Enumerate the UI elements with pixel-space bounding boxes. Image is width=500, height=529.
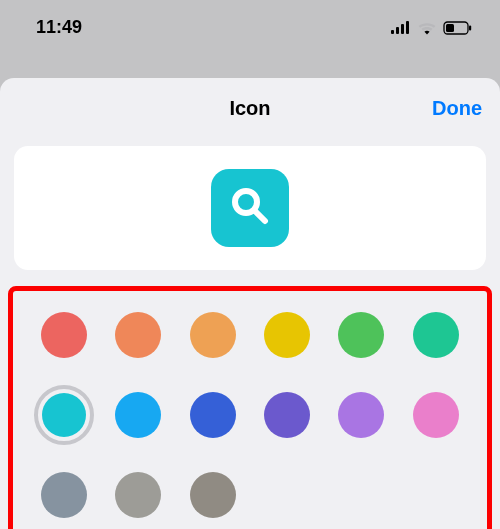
color-dot <box>41 312 87 358</box>
svg-rect-5 <box>446 24 454 32</box>
sheet-header: Icon Done <box>0 78 500 138</box>
color-swatch-red[interactable] <box>34 305 94 365</box>
search-icon <box>227 183 273 233</box>
color-swatch-gray[interactable] <box>108 465 168 525</box>
color-dot <box>338 392 384 438</box>
color-dot <box>413 312 459 358</box>
svg-rect-0 <box>391 30 394 34</box>
color-dot <box>115 392 161 438</box>
color-swatch-amber[interactable] <box>183 305 243 365</box>
color-dot <box>264 312 310 358</box>
color-dot <box>338 312 384 358</box>
color-picker-highlight <box>8 286 492 529</box>
icon-preview-card <box>14 146 486 270</box>
color-swatch-blue[interactable] <box>183 385 243 445</box>
status-bar: 11:49 <box>0 0 500 55</box>
color-swatch-violet[interactable] <box>331 385 391 445</box>
color-grid <box>27 305 473 525</box>
color-dot <box>42 393 86 437</box>
color-swatch-cyan[interactable] <box>34 385 94 445</box>
color-swatch-warm-gray[interactable] <box>183 465 243 525</box>
color-swatch-orange[interactable] <box>108 305 168 365</box>
svg-rect-1 <box>396 27 399 34</box>
svg-rect-3 <box>406 21 409 34</box>
color-dot <box>190 472 236 518</box>
svg-rect-6 <box>469 25 471 30</box>
icon-picker-sheet: Icon Done <box>0 78 500 529</box>
sheet-title: Icon <box>229 97 270 120</box>
color-dot <box>190 392 236 438</box>
status-indicators <box>391 21 472 35</box>
color-swatch-green[interactable] <box>331 305 391 365</box>
color-dot <box>115 472 161 518</box>
color-dot <box>115 312 161 358</box>
icon-preview-swatch <box>211 169 289 247</box>
color-swatch-indigo[interactable] <box>257 385 317 445</box>
wifi-icon <box>417 21 437 35</box>
color-dot <box>41 472 87 518</box>
color-swatch-sky[interactable] <box>108 385 168 445</box>
color-dot <box>413 392 459 438</box>
color-swatch-yellow[interactable] <box>257 305 317 365</box>
cellular-signal-icon <box>391 21 411 34</box>
svg-rect-2 <box>401 24 404 34</box>
color-dot <box>264 392 310 438</box>
svg-line-8 <box>254 210 265 221</box>
color-swatch-teal[interactable] <box>406 305 466 365</box>
status-time: 11:49 <box>36 17 82 38</box>
battery-icon <box>443 21 472 35</box>
done-button[interactable]: Done <box>432 97 482 120</box>
color-dot <box>190 312 236 358</box>
color-swatch-pink[interactable] <box>406 385 466 445</box>
color-swatch-slate[interactable] <box>34 465 94 525</box>
